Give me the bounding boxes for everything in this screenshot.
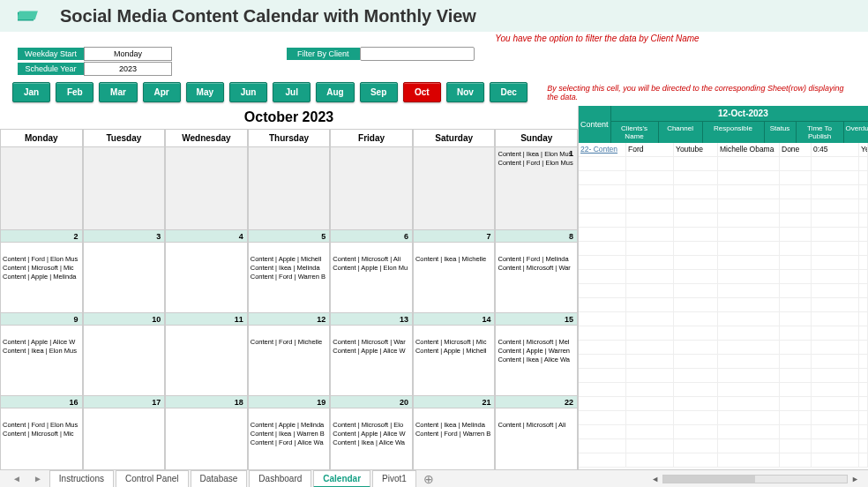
- calendar-cell[interactable]: 2Content | Ford | Elon MusContent | Micr…: [0, 230, 83, 313]
- scroll-track[interactable]: [662, 475, 848, 483]
- detail-row-empty: [579, 439, 868, 453]
- month-tab-may[interactable]: May: [186, 82, 224, 102]
- select-cell-note: By selecting this cell, you will be dire…: [547, 84, 856, 101]
- calendar-cell[interactable]: 10: [83, 313, 166, 396]
- main-area: October 2023 MondayTuesdayWednesdayThurs…: [0, 106, 868, 476]
- scroll-left-icon[interactable]: ◄: [647, 475, 662, 483]
- calendar-cell[interactable]: 3: [83, 230, 166, 313]
- calendar-cell[interactable]: 13Content | Microsoft | WarContent | App…: [330, 313, 413, 396]
- calendar-cell[interactable]: [413, 147, 496, 230]
- detail-cell-client: Ford: [626, 143, 674, 156]
- calendar-cell-content: Content | Microsoft | WarContent | Apple…: [333, 338, 410, 356]
- detail-row-empty: [579, 369, 868, 383]
- calendar-cell[interactable]: 11: [165, 313, 248, 396]
- scroll-right-icon[interactable]: ►: [848, 475, 863, 483]
- weekday-header-cell: Sunday: [495, 130, 578, 147]
- calendar-cell[interactable]: 22Content | Microsoft | Ali: [495, 396, 578, 479]
- calendar-cell[interactable]: [0, 147, 83, 230]
- calendar-cell-content: Content | Apple | Alice WContent | Ikea …: [3, 338, 80, 356]
- sheet-tab-dashboard[interactable]: Dashboard: [249, 470, 311, 488]
- calendar-date-number: 19: [317, 398, 326, 407]
- sheet-tab-database[interactable]: Database: [191, 470, 248, 488]
- calendar-date-number: 2: [74, 232, 79, 241]
- calendar-cell[interactable]: [248, 147, 331, 230]
- schedule-year-value[interactable]: 2023: [84, 62, 172, 76]
- add-sheet-button[interactable]: ⊕: [418, 472, 439, 486]
- month-tab-oct[interactable]: Oct: [403, 82, 441, 102]
- calendar-cell[interactable]: 7Content | Ikea | Michelle: [413, 230, 496, 313]
- calendar-cell[interactable]: 4: [165, 230, 248, 313]
- calendar-entry: Content | Microsoft | Mic: [3, 264, 80, 273]
- calendar-cell[interactable]: 20Content | Microsoft | EloContent | App…: [330, 396, 413, 479]
- detail-row-empty: [579, 284, 868, 298]
- calendar-cell[interactable]: 14Content | Microsoft | MicContent | App…: [413, 313, 496, 396]
- sheet-tab-calendar[interactable]: Calendar: [313, 470, 370, 488]
- calendar-cell[interactable]: [165, 147, 248, 230]
- detail-cell-responsible: Michelle Obama: [718, 143, 780, 156]
- calendar-date-number: 6: [404, 232, 408, 241]
- weekday-start-value[interactable]: Monday: [84, 47, 172, 61]
- month-tab-jan[interactable]: Jan: [12, 82, 50, 102]
- calendar-entry: Content | Ford | Warren B: [415, 430, 493, 438]
- calendar-cell[interactable]: 15Content | Microsoft | MelContent | App…: [495, 313, 578, 396]
- tabs-nav-right-icon[interactable]: ►: [28, 474, 48, 483]
- weekday-header-cell: Saturday: [413, 130, 496, 147]
- date-strip: [496, 230, 577, 243]
- month-tab-apr[interactable]: Apr: [143, 82, 181, 102]
- month-tab-jun[interactable]: Jun: [229, 82, 267, 102]
- calendar-cell-content: Content | Ikea | Elon MusContent | Ford …: [498, 150, 575, 168]
- calendar-entry: Content | Ikea | Michelle: [415, 255, 493, 264]
- month-tab-aug[interactable]: Aug: [316, 82, 354, 102]
- detail-row-empty: [579, 397, 868, 411]
- calendar-cell-content: Content | Microsoft | Ali: [498, 421, 575, 430]
- calendar-cell[interactable]: 21Content | Ikea | MelindaContent | Ford…: [413, 396, 496, 479]
- detail-row-empty: [579, 228, 868, 242]
- calendar-cell[interactable]: 18: [165, 396, 248, 479]
- calendar-cell[interactable]: 5Content | Apple | MichellContent | Ikea…: [248, 230, 331, 313]
- month-tab-jul[interactable]: Jul: [273, 82, 311, 102]
- calendar-cell[interactable]: 12Content | Ford | Michelle: [248, 313, 331, 396]
- calendar-cell[interactable]: 8Content | Ford | MelindaContent | Micro…: [495, 230, 578, 313]
- calendar-cell-content: Content | Ford | MelindaContent | Micros…: [498, 255, 575, 273]
- calendar-row: 1Content | Ikea | Elon MusContent | Ford…: [0, 147, 578, 230]
- calendar-cell[interactable]: 19Content | Apple | MelindaContent | Ike…: [248, 396, 331, 479]
- weekday-header-cell: Friday: [330, 130, 413, 147]
- sheet-tab-instructions[interactable]: Instructions: [49, 470, 114, 488]
- calendar-cell[interactable]: 9Content | Apple | Alice WContent | Ikea…: [0, 313, 83, 396]
- tabs-nav-left-icon[interactable]: ◄: [7, 474, 26, 483]
- filter-by-client-input[interactable]: [360, 47, 475, 61]
- detail-row[interactable]: 22- ContenFordYoutubeMichelle ObamaDone0…: [579, 143, 868, 157]
- calendar-cell-content: Content | Ford | Elon MusContent | Micro…: [3, 255, 80, 281]
- scroll-thumb[interactable]: [663, 476, 755, 483]
- sheet-tab-pivot1[interactable]: Pivot1: [372, 470, 416, 488]
- calendar-cell[interactable]: 16Content | Ford | Elon MusContent | Mic…: [0, 396, 83, 479]
- calendar-cell[interactable]: 1Content | Ikea | Elon MusContent | Ford…: [495, 147, 578, 230]
- calendar-grid: 1Content | Ikea | Elon MusContent | Ford…: [0, 147, 578, 479]
- calendar-date-number: 20: [400, 398, 408, 407]
- calendar-cell-content: Content | Microsoft | MelContent | Apple…: [498, 338, 575, 363]
- detail-col-channel: Channel: [659, 122, 703, 143]
- calendar-date-number: 17: [152, 398, 161, 407]
- calendar-date-number: 4: [239, 232, 243, 241]
- month-tab-sep[interactable]: Sep: [360, 82, 398, 102]
- calendar-entry: Content | Ikea | Elon Mus: [498, 150, 575, 159]
- detail-cell-content[interactable]: 22- Conten: [579, 143, 626, 156]
- horizontal-scrollbar[interactable]: ◄ ►: [647, 475, 868, 483]
- calendar-cell[interactable]: 6Content | Microsoft | AliContent | Appl…: [330, 230, 413, 313]
- calendar-date-number: 3: [156, 232, 161, 241]
- calendar-cell[interactable]: 17: [83, 396, 166, 479]
- date-strip: [1, 230, 82, 243]
- calendar-entry: Content | Microsoft | War: [498, 264, 575, 273]
- calendar-cell[interactable]: [330, 147, 413, 230]
- month-tab-mar[interactable]: Mar: [99, 82, 137, 102]
- detail-row-empty: [579, 425, 868, 439]
- detail-col-status: Status: [765, 122, 797, 143]
- calendar-entry: Content | Ford | Michelle: [251, 338, 328, 347]
- calendar-entry: Content | Ikea | Alice Wa: [498, 356, 575, 364]
- month-tab-feb[interactable]: Feb: [56, 82, 94, 102]
- calendar-cell[interactable]: [83, 147, 166, 230]
- month-tab-nov[interactable]: Nov: [446, 82, 484, 102]
- sheet-tab-control-panel[interactable]: Control Panel: [116, 470, 189, 488]
- calendar-entry: Content | Microsoft | War: [333, 338, 410, 347]
- month-tab-dec[interactable]: Dec: [490, 82, 528, 102]
